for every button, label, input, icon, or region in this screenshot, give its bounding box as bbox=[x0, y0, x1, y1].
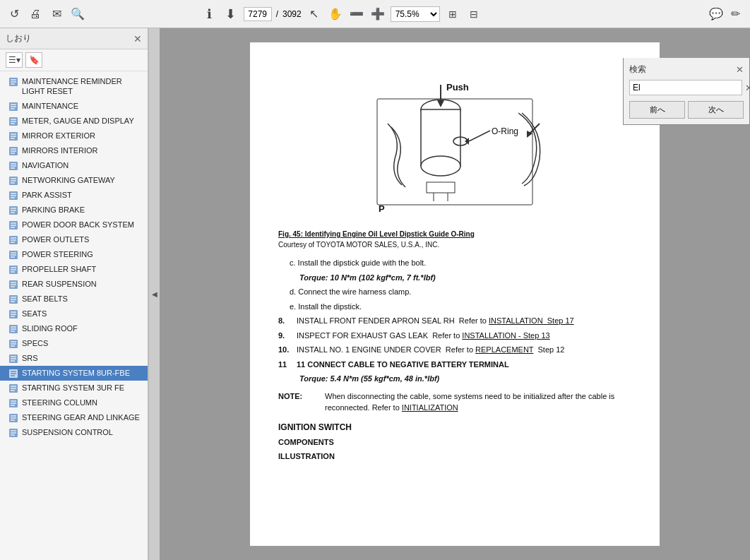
zoom-in-icon[interactable]: ➕ bbox=[369, 6, 386, 23]
fig-caption: Fig. 45: Identifying Engine Oil Level Di… bbox=[278, 229, 631, 250]
sidebar-item-maintenance[interactable]: MAINTENANCE bbox=[0, 99, 148, 114]
sidebar-item-seats[interactable]: SEATS bbox=[0, 306, 148, 321]
sidebar-item-label-power-door-back: POWER DOOR BACK SYSTEM bbox=[22, 220, 142, 230]
step-9-row: 9. INSPECT FOR EXHAUST GAS LEAK Refer to… bbox=[278, 330, 631, 342]
hand-tool[interactable]: ✋ bbox=[327, 6, 344, 23]
sidebar-list: MAINTENANCE REMINDER LIGHT RESET MAINTEN… bbox=[0, 71, 148, 560]
sidebar-item-power-outlets[interactable]: POWER OUTLETS bbox=[0, 232, 148, 247]
sidebar-item-steering-column[interactable]: STEERING COLUMN bbox=[0, 395, 148, 410]
sidebar-item-meter-gauge[interactable]: METER, GAUGE AND DISPLAY bbox=[0, 114, 148, 129]
section-title: IGNITION SWITCH bbox=[278, 421, 631, 434]
illustration-label: ILLUSTRATION bbox=[278, 451, 631, 463]
svg-point-99 bbox=[421, 156, 460, 176]
sidebar-item-label-srs: SRS bbox=[22, 353, 142, 363]
note-text: When disconnecting the cable, some syste… bbox=[325, 391, 631, 414]
sidebar-item-icon-maintenance bbox=[8, 102, 18, 112]
sidebar-collapse-button[interactable]: ◀ bbox=[148, 28, 160, 560]
sidebar-item-icon-networking-gateway bbox=[8, 176, 18, 186]
sidebar-item-navigation[interactable]: NAVIGATION bbox=[0, 158, 148, 173]
sidebar-item-power-door-back[interactable]: POWER DOOR BACK SYSTEM bbox=[0, 218, 148, 232]
sidebar-item-mirrors-interior[interactable]: MIRRORS INTERIOR bbox=[0, 143, 148, 158]
edit-icon[interactable]: ✏ bbox=[727, 6, 744, 23]
info-icon[interactable]: ℹ bbox=[201, 6, 218, 23]
search-panel-title: 検索 bbox=[629, 64, 646, 76]
sidebar-item-mirror-exterior[interactable]: MIRROR EXTERIOR bbox=[0, 129, 148, 143]
sidebar-item-propeller-shaft[interactable]: PROPELLER SHAFT bbox=[0, 262, 148, 277]
comment-icon[interactable]: 💬 bbox=[708, 6, 725, 23]
sidebar-item-networking-gateway[interactable]: NETWORKING GATEWAY bbox=[0, 173, 148, 188]
sidebar-item-starting-system-3ur-fe[interactable]: STARTING SYSTEM 3UR FE bbox=[0, 381, 148, 395]
sidebar-item-label-steering-column: STEERING COLUMN bbox=[22, 398, 142, 407]
sidebar-item-rear-suspension[interactable]: REAR SUSPENSION bbox=[0, 277, 148, 292]
sidebar-item-label-meter-gauge: METER, GAUGE AND DISPLAY bbox=[22, 116, 142, 126]
zoom-out-icon[interactable]: ➖ bbox=[348, 6, 365, 23]
search-text-input[interactable] bbox=[629, 80, 742, 95]
download-icon[interactable]: ⬇ bbox=[222, 6, 239, 23]
sidebar-item-power-steering[interactable]: POWER STEERING bbox=[0, 247, 148, 262]
search-panel: 検索 ✕ ✕ 前へ 次へ bbox=[623, 58, 750, 125]
search-prev-button[interactable]: 前へ bbox=[629, 101, 685, 119]
sidebar-item-suspension-control[interactable]: SUSPENSION CONTROL bbox=[0, 425, 148, 440]
page-content: Push O-Ring bbox=[250, 42, 660, 546]
sidebar-item-seat-belts[interactable]: SEAT BELTS bbox=[0, 292, 148, 306]
step-11-text: 11 CONNECT CABLE TO NEGATIVE BATTERY TER… bbox=[297, 359, 509, 371]
sidebar-item-icon-power-steering bbox=[8, 250, 18, 260]
sidebar-item-label-starting-system-3ur-fe: STARTING SYSTEM 3UR FE bbox=[22, 383, 142, 393]
sidebar-item-icon-specs bbox=[8, 339, 18, 349]
fit-width-icon[interactable]: ⊟ bbox=[465, 6, 482, 23]
sidebar-item-icon-maintenance-reminder bbox=[8, 77, 18, 87]
sidebar-item-specs[interactable]: SPECS bbox=[0, 336, 148, 351]
print-icon[interactable]: 🖨 bbox=[27, 6, 44, 23]
sidebar-item-label-maintenance-reminder: MAINTENANCE REMINDER LIGHT RESET bbox=[22, 76, 142, 97]
sidebar-item-label-park-assist: PARK ASSIST bbox=[22, 190, 142, 200]
page-number-input[interactable] bbox=[244, 7, 272, 21]
toolbar-right: 💬 ✏ bbox=[708, 6, 744, 23]
sidebar-item-steering-gear-linkage[interactable]: STEERING GEAR AND LINKAGE bbox=[0, 410, 148, 425]
main-area: しおり ✕ ☰▾ 🔖 MAINTENANCE REMINDER LIGHT RE… bbox=[0, 28, 750, 560]
sidebar-item-parking-brake[interactable]: PARKING BRAKE bbox=[0, 203, 148, 218]
step-d: d. Connect the wire harness clamp. bbox=[290, 286, 631, 298]
sidebar-item-icon-seats bbox=[8, 309, 18, 319]
sidebar-item-srs[interactable]: SRS bbox=[0, 351, 148, 366]
svg-rect-109 bbox=[427, 182, 455, 193]
fig-caption-line2: Courtesy of TOYOTA MOTOR SALES, U.S.A., … bbox=[278, 241, 439, 249]
sidebar-item-icon-power-door-back bbox=[8, 220, 18, 230]
sidebar-item-maintenance-reminder[interactable]: MAINTENANCE REMINDER LIGHT RESET bbox=[0, 74, 148, 99]
page-total: 3092 bbox=[282, 9, 302, 19]
toolbar: ↺ 🖨 ✉ 🔍 ℹ ⬇ / 3092 ↖ ✋ ➖ ➕ 75.5% 50% 75%… bbox=[0, 0, 750, 28]
search-clear-button[interactable]: ✕ bbox=[745, 83, 750, 93]
doc-note: NOTE: When disconnecting the cable, some… bbox=[278, 391, 631, 414]
search-icon[interactable]: 🔍 bbox=[69, 6, 86, 23]
sidebar-item-label-suspension-control: SUSPENSION CONTROL bbox=[22, 427, 142, 437]
sidebar-tool-bookmark[interactable]: 🔖 bbox=[25, 52, 42, 68]
search-next-button[interactable]: 次へ bbox=[688, 101, 744, 119]
sidebar-tool-list[interactable]: ☰▾ bbox=[6, 52, 23, 68]
sidebar-item-label-power-outlets: POWER OUTLETS bbox=[22, 234, 142, 244]
sidebar-item-label-starting-system-bur-tbe: STARTING SYSTEM 8UR-FBE bbox=[22, 368, 142, 378]
sidebar-item-label-sliding-roof: SLIDING ROOF bbox=[22, 323, 142, 333]
sidebar-item-park-assist[interactable]: PARK ASSIST bbox=[0, 188, 148, 203]
sidebar-close-button[interactable]: ✕ bbox=[133, 33, 142, 44]
refresh-icon[interactable]: ↺ bbox=[6, 6, 23, 23]
sidebar-item-icon-mirror-exterior bbox=[8, 131, 18, 141]
sidebar-item-label-seats: SEATS bbox=[22, 309, 142, 318]
sidebar-item-starting-system-bur-tbe[interactable]: STARTING SYSTEM 8UR-FBE bbox=[0, 366, 148, 381]
sidebar-item-sliding-roof[interactable]: SLIDING ROOF bbox=[0, 321, 148, 336]
sidebar-item-icon-meter-gauge bbox=[8, 117, 18, 126]
step-10-text: INSTALL NO. 1 ENGINE UNDER COVER Refer t… bbox=[297, 344, 564, 356]
sidebar-item-label-parking-brake: PARKING BRAKE bbox=[22, 205, 142, 215]
sidebar-item-label-seat-belts: SEAT BELTS bbox=[22, 294, 142, 304]
sidebar-toolbar: ☰▾ 🔖 bbox=[0, 49, 148, 71]
sidebar-item-icon-suspension-control bbox=[8, 428, 18, 438]
search-panel-close[interactable]: ✕ bbox=[736, 64, 744, 75]
email-icon[interactable]: ✉ bbox=[48, 6, 65, 23]
fit-page-icon[interactable]: ⊞ bbox=[444, 6, 461, 23]
search-buttons: 前へ 次へ bbox=[629, 101, 744, 119]
cursor-tool[interactable]: ↖ bbox=[306, 6, 323, 23]
sidebar-item-label-power-steering: POWER STEERING bbox=[22, 249, 142, 259]
zoom-select[interactable]: 75.5% 50% 75% 100% 125% bbox=[391, 6, 440, 22]
components-label: COMPONENTS bbox=[278, 436, 631, 448]
step-8-row: 8. INSTALL FRONT FENDER APRON SEAL RH Re… bbox=[278, 315, 631, 327]
sidebar-item-icon-sliding-roof bbox=[8, 324, 18, 334]
fig-caption-line1: Fig. 45: Identifying Engine Oil Level Di… bbox=[278, 230, 475, 238]
